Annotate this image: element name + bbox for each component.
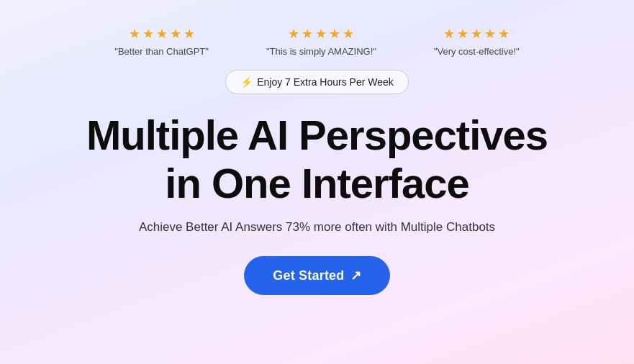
star-icon: ★ bbox=[471, 26, 482, 42]
star-icon: ★ bbox=[457, 26, 468, 42]
star-icon: ★ bbox=[484, 26, 496, 42]
cta-label: Get Started bbox=[273, 268, 344, 283]
stars-3: ★ ★ ★ ★ ★ bbox=[443, 26, 510, 42]
star-icon: ★ bbox=[315, 26, 327, 42]
review-text-3: "Very cost-effective!" bbox=[434, 46, 520, 57]
star-icon: ★ bbox=[156, 26, 168, 42]
hero-title-line2: in One Interface bbox=[165, 160, 468, 206]
star-icon: ★ bbox=[129, 26, 140, 42]
star-icon: ★ bbox=[498, 26, 510, 42]
star-icon: ★ bbox=[443, 26, 455, 42]
reviews-section: ★ ★ ★ ★ ★ "Better than ChatGPT" ★ ★ ★ ★ … bbox=[114, 26, 519, 57]
review-text-1: "Better than ChatGPT" bbox=[114, 46, 209, 57]
star-icon: ★ bbox=[142, 26, 154, 42]
review-item-3: ★ ★ ★ ★ ★ "Very cost-effective!" bbox=[434, 26, 520, 57]
hero-title-line1: Multiple AI Perspectives bbox=[86, 112, 548, 158]
star-icon: ★ bbox=[288, 26, 299, 42]
star-icon: ★ bbox=[343, 26, 354, 42]
hero-title: Multiple AI Perspectives in One Interfac… bbox=[86, 112, 548, 207]
stars-2: ★ ★ ★ ★ ★ bbox=[288, 26, 354, 42]
review-item-1: ★ ★ ★ ★ ★ "Better than ChatGPT" bbox=[114, 26, 209, 57]
review-item-2: ★ ★ ★ ★ ★ "This is simply AMAZING!" bbox=[266, 26, 376, 57]
promo-badge[interactable]: ⚡ Enjoy 7 Extra Hours Per Week bbox=[225, 70, 409, 94]
arrow-icon: ↗ bbox=[350, 268, 361, 283]
review-text-2: "This is simply AMAZING!" bbox=[266, 46, 376, 57]
get-started-button[interactable]: Get Started ↗ bbox=[244, 256, 389, 295]
stars-1: ★ ★ ★ ★ ★ bbox=[129, 26, 195, 42]
star-icon: ★ bbox=[184, 26, 195, 42]
hero-subtitle: Achieve Better AI Answers 73% more often… bbox=[139, 220, 495, 235]
lightning-icon: ⚡ bbox=[240, 76, 253, 88]
star-icon: ★ bbox=[170, 26, 181, 42]
badge-label: Enjoy 7 Extra Hours Per Week bbox=[257, 76, 394, 88]
star-icon: ★ bbox=[302, 26, 313, 42]
star-icon: ★ bbox=[329, 26, 340, 42]
